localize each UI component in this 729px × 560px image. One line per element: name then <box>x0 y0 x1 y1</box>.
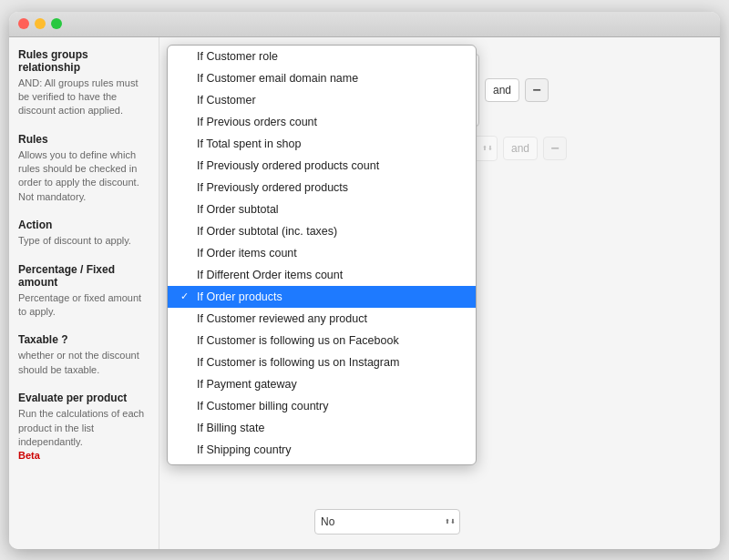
dropdown-item[interactable]: If Shipping state <box>168 461 476 464</box>
dropdown-item[interactable]: If Order subtotal (inc. taxes) <box>168 220 476 242</box>
dropdown-item[interactable]: If Previously ordered products <box>168 177 476 199</box>
dropdown-item[interactable]: If Customer <box>168 89 476 111</box>
dropdown-item[interactable]: If Customer is following us on Instagram <box>168 351 476 373</box>
sidebar-text-rules: Allows you to define which rules should … <box>18 148 149 205</box>
evaluate-select-wrapper: No Yes <box>314 509 460 535</box>
sidebar-section-taxable: Taxable ? whether or not the discount sh… <box>18 333 149 377</box>
sidebar-text-taxable: whether or not the discount should be ta… <box>18 349 149 377</box>
sidebar: Rules groups relationship AND: All group… <box>9 37 159 549</box>
dropdown-item-label: If Customer is following us on Instagram <box>197 356 399 369</box>
dropdown-item-label: If Customer <box>197 94 256 107</box>
sidebar-title-action: Action <box>18 219 149 231</box>
minimize-button[interactable] <box>35 18 46 29</box>
dropdown-item[interactable]: If Different Order items count <box>168 264 476 286</box>
dropdown-item-label: If Different Order items count <box>197 269 343 281</box>
sidebar-title-percentage: Percentage / Fixed amount <box>18 263 149 289</box>
dropdown-item-label: If Order products <box>197 290 282 303</box>
dropdown-item[interactable]: If Billing state <box>168 417 476 439</box>
dropdown-item-label: If Shipping country <box>197 443 292 456</box>
close-button[interactable] <box>18 18 29 29</box>
dropdown-item-label: If Customer is following us on Facebook <box>197 334 399 347</box>
remove-rule-1[interactable]: − <box>525 78 549 102</box>
sidebar-section-rules-groups: Rules groups relationship AND: All group… <box>18 48 149 118</box>
and-button-1[interactable]: and <box>485 78 519 102</box>
dropdown-item-label: If Previous orders count <box>197 116 317 128</box>
dropdown-item-label: If Payment gateway <box>197 378 297 391</box>
condition-dropdown[interactable]: If Customer roleIf Customer email domain… <box>167 45 477 465</box>
dropdown-item-label: If Customer reviewed any product <box>197 312 367 325</box>
dropdown-item-label: If Order items count <box>197 247 297 260</box>
window-controls <box>18 18 62 29</box>
sidebar-section-evaluate: Evaluate per product Run the calculation… <box>18 392 149 463</box>
sidebar-beta-badge: Beta <box>18 449 149 463</box>
dropdown-item[interactable]: If Total spent in shop <box>168 133 476 155</box>
sidebar-section-action: Action Type of discount to apply. <box>18 219 149 248</box>
dropdown-item-label: If Previously ordered products <box>197 181 348 194</box>
dropdown-item[interactable]: If Previously ordered products count <box>168 155 476 177</box>
dropdown-item[interactable]: If Order items count <box>168 242 476 264</box>
evaluate-per-product-select[interactable]: No Yes <box>314 509 460 535</box>
dropdown-item-label: If Customer role <box>197 50 278 63</box>
dropdown-item[interactable]: If Shipping country <box>168 439 476 461</box>
dropdown-item[interactable]: If Previous orders count <box>168 111 476 133</box>
dropdown-item-label: If Order subtotal <box>197 203 279 216</box>
maximize-button[interactable] <box>51 18 62 29</box>
evaluate-per-product-row: No Yes <box>314 509 460 535</box>
dropdown-item-label: If Billing state <box>197 422 264 434</box>
dropdown-item-label: If Customer email domain name <box>197 72 358 85</box>
dropdown-item[interactable]: If Customer reviewed any product <box>168 308 476 330</box>
main-area: If Customer role IN Author Contributor S… <box>159 37 720 549</box>
main-window: Rules groups relationship AND: All group… <box>9 12 720 549</box>
sidebar-title-evaluate: Evaluate per product <box>18 392 149 404</box>
sidebar-title-rules-groups: Rules groups relationship <box>18 48 149 74</box>
and-button-2[interactable]: and <box>503 137 538 160</box>
sidebar-text-evaluate: Run the calculations of each product in … <box>18 407 149 449</box>
dropdown-item[interactable]: If Customer role <box>168 46 476 67</box>
sidebar-section-percentage: Percentage / Fixed amount Percentage or … <box>18 263 149 320</box>
sidebar-text-rules-groups: AND: All groups rules must be verified t… <box>18 76 149 118</box>
dropdown-item-label: If Order subtotal (inc. taxes) <box>197 225 337 238</box>
sidebar-title-rules: Rules <box>18 133 149 146</box>
dropdown-item[interactable]: If Customer is following us on Facebook <box>168 330 476 351</box>
remove-rule-2[interactable]: − <box>543 137 567 160</box>
content-area: Rules groups relationship AND: All group… <box>9 37 720 549</box>
dropdown-item[interactable]: If Order subtotal <box>168 199 476 220</box>
dropdown-item-label: If Previously ordered products count <box>197 159 379 172</box>
titlebar <box>9 12 720 37</box>
dropdown-item[interactable]: If Customer billing country <box>168 395 476 417</box>
sidebar-text-action: Type of discount to apply. <box>18 234 149 248</box>
dropdown-item-label: If Total spent in shop <box>197 137 301 150</box>
sidebar-section-rules: Rules Allows you to define which rules s… <box>18 133 149 205</box>
dropdown-item[interactable]: ✓If Order products <box>168 286 476 308</box>
dropdown-item[interactable]: If Customer email domain name <box>168 67 476 89</box>
sidebar-title-taxable: Taxable ? <box>18 333 149 346</box>
dropdown-item[interactable]: If Payment gateway <box>168 373 476 395</box>
dropdown-item-label: If Customer billing country <box>197 400 329 412</box>
sidebar-text-percentage: Percentage or fixed amount to apply. <box>18 291 149 320</box>
checkmark-icon: ✓ <box>180 290 191 302</box>
